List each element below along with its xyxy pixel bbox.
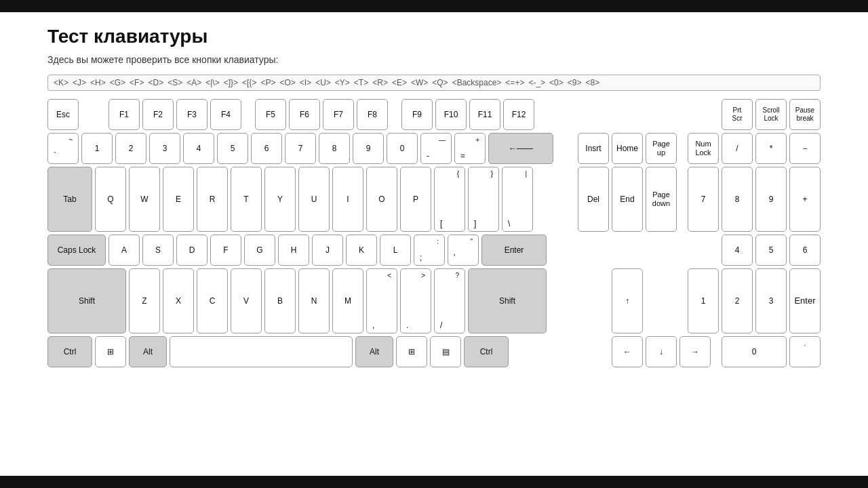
- key-enter[interactable]: Enter: [481, 235, 547, 266]
- key-alt-right[interactable]: Alt: [355, 336, 393, 367]
- key-9[interactable]: 9: [353, 133, 384, 164]
- key-x[interactable]: X: [163, 268, 194, 333]
- key-7[interactable]: 7: [285, 133, 316, 164]
- key-menu[interactable]: ▤: [430, 336, 461, 367]
- key-f1[interactable]: F1: [108, 99, 140, 130]
- key-num-5[interactable]: 5: [755, 235, 787, 266]
- key-insert[interactable]: Insrt: [578, 133, 609, 164]
- key-f3[interactable]: F3: [176, 99, 208, 130]
- key-minus[interactable]: —-: [420, 133, 452, 164]
- key-prtscr[interactable]: PrtScr: [722, 99, 753, 130]
- key-ctrl-right[interactable]: Ctrl: [464, 336, 509, 367]
- key-f2[interactable]: F2: [142, 99, 174, 130]
- key-p[interactable]: P: [400, 167, 431, 232]
- key-k[interactable]: K: [346, 235, 377, 266]
- key-g[interactable]: G: [244, 235, 275, 266]
- key-1[interactable]: 1: [81, 133, 113, 164]
- key-num-plus[interactable]: +: [789, 167, 821, 232]
- key-t[interactable]: T: [231, 167, 262, 232]
- key-6[interactable]: 6: [251, 133, 282, 164]
- key-esc[interactable]: Esc: [47, 99, 79, 130]
- key-num-6[interactable]: 6: [789, 235, 821, 266]
- key-f10[interactable]: F10: [435, 99, 467, 130]
- key-backspace[interactable]: ←——: [488, 133, 553, 164]
- key-rbracket[interactable]: }]: [468, 167, 499, 232]
- key-l[interactable]: L: [380, 235, 411, 266]
- key-shift-left[interactable]: Shift: [47, 268, 126, 333]
- key-f6[interactable]: F6: [289, 99, 320, 130]
- key-home[interactable]: Home: [612, 133, 643, 164]
- key-tab[interactable]: Tab: [47, 167, 92, 232]
- key-j[interactable]: J: [312, 235, 343, 266]
- key-f5[interactable]: F5: [255, 99, 286, 130]
- key-f7[interactable]: F7: [323, 99, 354, 130]
- key-3[interactable]: 3: [149, 133, 180, 164]
- key-quote[interactable]: "': [448, 235, 479, 266]
- key-num-9[interactable]: 9: [755, 167, 787, 232]
- key-delete[interactable]: Del: [578, 167, 609, 232]
- key-f12[interactable]: F12: [503, 99, 534, 130]
- key-comma[interactable]: <,: [366, 268, 397, 333]
- key-o[interactable]: O: [366, 167, 397, 232]
- key-q[interactable]: Q: [95, 167, 126, 232]
- key-lbracket[interactable]: {[: [434, 167, 465, 232]
- key-pause[interactable]: Pausebreak: [789, 99, 821, 130]
- key-slash[interactable]: ?/: [434, 268, 465, 333]
- key-v[interactable]: V: [231, 268, 262, 333]
- key-h[interactable]: H: [278, 235, 309, 266]
- key-c[interactable]: C: [197, 268, 228, 333]
- key-n[interactable]: N: [298, 268, 330, 333]
- key-pageup[interactable]: Pageup: [646, 133, 677, 164]
- key-f8[interactable]: F8: [357, 99, 388, 130]
- key-win-left[interactable]: ⊞: [95, 336, 126, 367]
- key-d[interactable]: D: [176, 235, 208, 266]
- key-f11[interactable]: F11: [469, 99, 500, 130]
- key-shift-right[interactable]: Shift: [468, 268, 547, 333]
- key-5[interactable]: 5: [217, 133, 248, 164]
- key-space[interactable]: [170, 336, 353, 367]
- key-ctrl-left[interactable]: Ctrl: [47, 336, 92, 367]
- key-num-3[interactable]: 3: [755, 268, 787, 333]
- key-capslock[interactable]: Caps Lock: [47, 235, 106, 266]
- key-backslash[interactable]: |\: [502, 167, 533, 232]
- key-4[interactable]: 4: [183, 133, 214, 164]
- key-arrow-left[interactable]: ←: [612, 336, 643, 367]
- key-i[interactable]: I: [332, 167, 363, 232]
- key-alt-left[interactable]: Alt: [129, 336, 167, 367]
- key-period[interactable]: >.: [400, 268, 431, 333]
- key-8[interactable]: 8: [319, 133, 350, 164]
- key-f[interactable]: F: [210, 235, 241, 266]
- key-0[interactable]: 0: [387, 133, 418, 164]
- key-y[interactable]: Y: [264, 167, 296, 232]
- key-arrow-down[interactable]: ↓: [646, 336, 677, 367]
- key-w[interactable]: W: [129, 167, 160, 232]
- key-e[interactable]: E: [163, 167, 194, 232]
- key-u[interactable]: U: [298, 167, 330, 232]
- key-s[interactable]: S: [142, 235, 174, 266]
- key-semicolon[interactable]: :;: [414, 235, 445, 266]
- key-num-star[interactable]: *: [755, 133, 787, 164]
- key-m[interactable]: M: [332, 268, 363, 333]
- key-win-right[interactable]: ⊞: [396, 336, 427, 367]
- key-num-1[interactable]: 1: [688, 268, 719, 333]
- key-num-0[interactable]: 0: [722, 336, 787, 367]
- key-equals[interactable]: +=: [454, 133, 486, 164]
- key-numlock[interactable]: NumLock: [688, 133, 719, 164]
- key-2[interactable]: 2: [115, 133, 146, 164]
- key-r[interactable]: R: [197, 167, 228, 232]
- key-num-dot[interactable]: .: [789, 336, 821, 367]
- key-arrow-right[interactable]: →: [679, 336, 711, 367]
- key-scroll-lock[interactable]: ScrollLock: [755, 99, 787, 130]
- key-f4[interactable]: F4: [210, 99, 241, 130]
- key-b[interactable]: B: [264, 268, 296, 333]
- key-z[interactable]: Z: [129, 268, 160, 333]
- key-arrow-up[interactable]: ↑: [612, 268, 643, 333]
- key-num-8[interactable]: 8: [722, 167, 753, 232]
- key-num-enter[interactable]: Enter: [789, 268, 821, 333]
- key-num-4[interactable]: 4: [722, 235, 753, 266]
- key-num-slash[interactable]: /: [722, 133, 753, 164]
- key-a[interactable]: A: [108, 235, 140, 266]
- key-num-2[interactable]: 2: [722, 268, 753, 333]
- key-pagedown[interactable]: Pagedown: [646, 167, 677, 232]
- key-end[interactable]: End: [612, 167, 643, 232]
